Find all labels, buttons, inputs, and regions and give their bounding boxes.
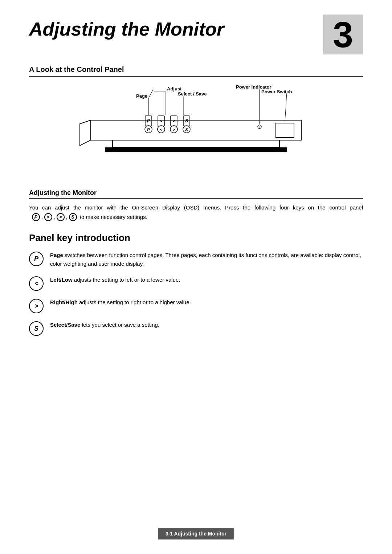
svg-text:Adjust: Adjust: [167, 86, 182, 91]
key-left-inline: <: [44, 213, 52, 221]
chapter-number: 3: [333, 16, 353, 53]
key-item-left: < Left/Low adjusts the setting to left o…: [29, 276, 363, 291]
svg-rect-4: [276, 123, 294, 138]
key-item-page: P Page switches between function control…: [29, 251, 363, 268]
key-desc-left: Left/Low adjusts the setting to left or …: [50, 276, 363, 284]
panel-key-section: Panel key introduction P Page switches b…: [29, 232, 363, 336]
svg-text:>: >: [172, 118, 175, 123]
svg-rect-1: [113, 140, 279, 147]
svg-rect-0: [91, 120, 301, 140]
svg-text:>: >: [173, 127, 175, 132]
key-icon-right: >: [29, 299, 44, 313]
key-item-select: S Select/Save lets you select or save a …: [29, 321, 363, 336]
svg-text:S: S: [185, 127, 188, 132]
diagram-svg: P P < < > > S S: [69, 84, 323, 178]
svg-text:Power Switch: Power Switch: [261, 89, 292, 94]
key-item-right: > Right/High adjusts the setting to righ…: [29, 298, 363, 313]
svg-line-34: [148, 89, 153, 98]
svg-text:S: S: [185, 118, 188, 123]
svg-text:Page: Page: [136, 93, 147, 99]
svg-text:P: P: [147, 118, 150, 123]
svg-text:Select / Save: Select / Save: [178, 91, 207, 97]
svg-marker-3: [80, 120, 91, 146]
key-icon-p: P: [29, 252, 44, 266]
key-desc-select: Select/Save lets you select or save a se…: [50, 321, 363, 329]
key-bold-left: Left/Low: [50, 277, 73, 283]
key-icon-s: S: [29, 321, 44, 336]
diagram-wrapper: P P < < > > S S: [69, 84, 323, 178]
svg-line-28: [285, 93, 287, 122]
chapter-number-box: 3: [323, 15, 363, 54]
key-desc-right: Right/High adjusts the setting to right …: [50, 298, 363, 307]
key-s-inline: S: [69, 213, 77, 221]
key-bold-select: Select/Save: [50, 322, 80, 328]
svg-text:P: P: [147, 127, 150, 132]
key-p-inline: P: [32, 213, 40, 221]
key-bold-right: Right/High: [50, 299, 78, 305]
footer-label: 3-1 Adjusting the Monitor: [158, 528, 234, 539]
section1-heading: A Look at the Control Panel: [29, 65, 363, 77]
inline-key-row: P , < , > , S: [29, 213, 77, 222]
section2-heading: Adjusting the Monitor: [29, 189, 363, 199]
svg-rect-2: [105, 147, 287, 152]
section2-paragraph: You can adjust the monitor with the On-S…: [29, 203, 363, 221]
chapter-header: Adjusting the Monitor 3: [29, 15, 363, 54]
control-panel-diagram: P P < < > > S S: [29, 84, 363, 178]
panel-key-title: Panel key introduction: [29, 232, 363, 244]
svg-text:<: <: [160, 118, 162, 123]
key-icon-left: <: [29, 276, 44, 291]
chapter-title: Adjusting the Monitor: [29, 18, 224, 40]
key-desc-page: Page switches between function control p…: [50, 251, 363, 268]
svg-text:!: !: [259, 126, 260, 129]
svg-text:<: <: [160, 127, 162, 132]
key-bold-page: Page: [50, 252, 63, 258]
key-right-inline: >: [57, 213, 65, 221]
